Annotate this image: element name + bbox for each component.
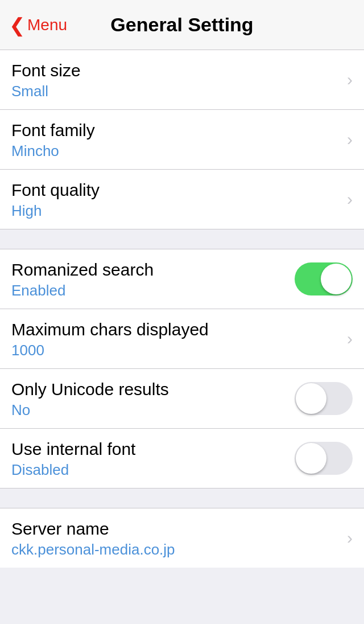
unicode-results-toggle[interactable]	[295, 382, 353, 415]
max-chars-value: 1000	[11, 342, 209, 359]
max-chars-chevron-icon: ›	[347, 329, 353, 348]
unicode-results-row[interactable]: Only Unicode results No	[0, 369, 364, 429]
internal-font-toggle-knob	[296, 443, 326, 474]
navigation-bar: ❮ Menu General Setting	[0, 0, 364, 50]
internal-font-toggle[interactable]	[295, 442, 353, 475]
font-quality-value: High	[11, 202, 100, 220]
romanized-search-toggle-knob	[321, 264, 351, 294]
font-quality-row[interactable]: Font quality High ›	[0, 170, 364, 229]
font-quality-title: Font quality	[11, 179, 100, 201]
server-name-row[interactable]: Server name ckk.personal-media.co.jp ›	[0, 508, 364, 568]
server-name-value: ckk.personal-media.co.jp	[11, 541, 175, 559]
page-title: General Setting	[110, 14, 253, 36]
back-label: Menu	[27, 16, 67, 34]
unicode-results-toggle-knob	[296, 383, 326, 414]
back-chevron-icon: ❮	[9, 15, 25, 35]
unicode-results-content: Only Unicode results No	[11, 378, 169, 419]
romanized-search-toggle[interactable]	[295, 262, 353, 295]
romanized-search-title: Romanized search	[11, 258, 154, 281]
back-button[interactable]: ❮ Menu	[9, 15, 67, 35]
max-chars-row[interactable]: Maximum chars displayed 1000 ›	[0, 309, 364, 369]
internal-font-value: Disabled	[11, 461, 135, 479]
unicode-results-title: Only Unicode results	[11, 378, 169, 400]
font-family-row[interactable]: Font family Mincho ›	[0, 110, 364, 170]
section-separator-1	[0, 229, 364, 249]
font-family-chevron-icon: ›	[347, 130, 353, 149]
font-size-content: Font size Small	[11, 59, 81, 100]
server-name-title: Server name	[11, 518, 175, 540]
font-family-value: Mincho	[11, 142, 95, 160]
font-size-title: Font size	[11, 59, 81, 81]
romanized-search-content: Romanized search Enabled	[11, 258, 154, 299]
romanized-search-value: Enabled	[11, 282, 154, 299]
font-settings-group: Font size Small › Font family Mincho › F…	[0, 50, 364, 229]
internal-font-title: Use internal font	[11, 438, 135, 460]
font-size-value: Small	[11, 83, 81, 100]
font-quality-chevron-icon: ›	[347, 190, 353, 209]
font-size-chevron-icon: ›	[347, 70, 353, 89]
server-name-content: Server name ckk.personal-media.co.jp	[11, 518, 175, 559]
romanized-search-row[interactable]: Romanized search Enabled	[0, 249, 364, 309]
font-quality-content: Font quality High	[11, 179, 100, 220]
unicode-results-value: No	[11, 401, 169, 419]
internal-font-row[interactable]: Use internal font Disabled	[0, 429, 364, 488]
section-separator-2	[0, 488, 364, 508]
max-chars-title: Maximum chars displayed	[11, 318, 209, 340]
max-chars-content: Maximum chars displayed 1000	[11, 318, 209, 359]
search-settings-group: Romanized search Enabled Maximum chars d…	[0, 249, 364, 488]
internal-font-content: Use internal font Disabled	[11, 438, 135, 479]
font-family-title: Font family	[11, 119, 95, 141]
font-size-row[interactable]: Font size Small ›	[0, 50, 364, 110]
font-family-content: Font family Mincho	[11, 119, 95, 160]
server-name-chevron-icon: ›	[347, 528, 353, 548]
server-settings-group: Server name ckk.personal-media.co.jp ›	[0, 508, 364, 568]
